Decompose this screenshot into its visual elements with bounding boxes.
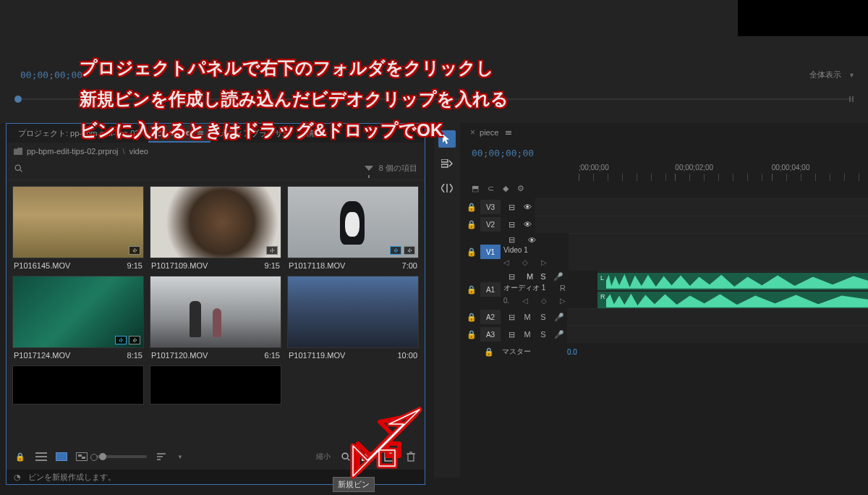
track-content[interactable] [567, 308, 868, 326]
track-target[interactable]: A3 [480, 327, 501, 342]
voice-over-icon[interactable]: 🎤 [551, 330, 567, 339]
status-icon: ◔ [14, 473, 21, 482]
track-content[interactable] [535, 198, 868, 216]
status-text: ビンを新規作成します。 [28, 472, 116, 483]
clip-name: P1017120.MOV [151, 351, 208, 360]
list-view-icon[interactable] [35, 452, 47, 461]
eye-icon[interactable]: 👁 [519, 203, 535, 211]
find-icon[interactable] [339, 450, 352, 463]
linked-selection-icon[interactable]: ⊂ [488, 184, 494, 193]
sync-lock-icon[interactable]: ⊟ [503, 313, 519, 322]
project-panel: プロジェクト: pp-bpm-edit-tips-02 ビン: video メデ… [6, 123, 425, 485]
sync-lock-icon[interactable]: ⊟ [503, 220, 519, 229]
sequence-tab[interactable]: piece [480, 128, 498, 137]
eye-icon[interactable]: 👁 [519, 220, 535, 229]
timeline-timecode[interactable]: 00;00;00;00 [472, 148, 534, 158]
lock-toggle[interactable]: 🔒 [463, 313, 480, 322]
search-input[interactable] [29, 162, 359, 175]
sync-lock-icon[interactable]: ⊟ [503, 272, 519, 282]
clip-item[interactable]: P1017124.MOV8:15 [12, 276, 144, 360]
sync-lock-icon[interactable]: ⊟ [503, 203, 519, 212]
lock-toggle[interactable]: 🔒 [463, 330, 480, 339]
sync-lock-icon[interactable]: ⊟ [503, 330, 519, 339]
trash-icon[interactable] [404, 450, 417, 463]
ripple-edit-tool[interactable] [438, 179, 456, 197]
audio-badge-icon [115, 336, 127, 344]
track-select-tool[interactable] [438, 155, 456, 172]
timeline-ruler[interactable]: ;00;00;00 00;00;02;00 00;00;04;00 [579, 164, 868, 181]
clip-duration: 9:15 [265, 261, 280, 270]
fit-dropdown[interactable]: 全体表示 [809, 69, 841, 80]
track-target[interactable]: V2 [480, 217, 501, 232]
track-target[interactable]: V1 [480, 245, 501, 259]
track-a2: 🔒 A2 ⊟ M S 🎤 [463, 308, 868, 326]
track-content[interactable] [567, 326, 868, 343]
breadcrumb-bin[interactable]: video [129, 147, 148, 156]
clip-item[interactable]: P1017120.MOV6:15 [150, 276, 281, 360]
zoom-slider[interactable] [96, 455, 147, 458]
sort-icon[interactable] [156, 450, 169, 463]
tab-info[interactable]: 情報 [299, 125, 330, 142]
solo-toggle[interactable]: S [535, 330, 551, 339]
solo-toggle[interactable]: S [535, 313, 551, 321]
clip-item[interactable]: P1017109.MOV9:15 [150, 186, 281, 270]
lock-icon[interactable]: 🔒 [14, 450, 27, 463]
program-scrubber[interactable] [14, 94, 854, 104]
panel-menu-icon[interactable] [197, 131, 203, 135]
thumbnail-view-icon[interactable] [56, 452, 67, 461]
track-target[interactable]: A2 [480, 310, 501, 324]
timeline-panel: × piece 00;00;00;00 ;00;00;00 00;00;02;0… [463, 123, 868, 478]
selection-tool[interactable] [438, 130, 456, 148]
clip-item[interactable]: P1016145.MOV9:15 [12, 186, 144, 270]
track-content[interactable] [535, 216, 868, 233]
track-content[interactable]: L R [597, 271, 868, 308]
lock-toggle[interactable]: 🔒 [463, 285, 480, 295]
sync-lock-icon[interactable]: ⊟ [503, 235, 519, 245]
lock-toggle[interactable]: 🔒 [480, 347, 498, 357]
tab-media-browser[interactable]: メディアブラウザー [212, 125, 298, 142]
mute-toggle[interactable]: M [527, 272, 533, 281]
marker-icon[interactable]: ◆ [503, 184, 509, 193]
l-label: L [600, 274, 604, 282]
solo-toggle[interactable]: S [540, 272, 545, 281]
audio-clip[interactable]: L [597, 273, 868, 290]
clip-item[interactable] [12, 365, 144, 405]
lock-toggle[interactable]: 🔒 [463, 220, 480, 229]
clip-name: P1017109.MOV [151, 261, 208, 270]
voice-over-icon[interactable]: 🎤 [551, 313, 567, 322]
search-icon [14, 164, 23, 173]
audio-clip[interactable]: R [597, 292, 868, 309]
mute-toggle[interactable]: M [519, 330, 535, 339]
close-sequence-icon[interactable]: × [470, 127, 475, 138]
eye-icon[interactable]: 👁 [524, 236, 540, 245]
settings-icon[interactable]: ⚙ [517, 184, 524, 193]
track-target[interactable]: V3 [480, 200, 501, 214]
track-content[interactable] [569, 233, 868, 271]
lock-toggle[interactable]: 🔒 [463, 203, 480, 212]
rec-toggle[interactable]: R [560, 284, 566, 292]
new-item-icon[interactable] [383, 450, 396, 463]
snap-icon[interactable]: ⬒ [472, 184, 479, 193]
track-a1: 🔒 A1 ⊟ M S 🎤 オーディオ 1 R 0.◁◇▷ L [463, 271, 868, 308]
clip-duration: 6:15 [265, 351, 280, 360]
new-bin-button[interactable] [361, 450, 374, 463]
voice-over-icon[interactable]: 🎤 [553, 272, 563, 282]
svg-point-5 [342, 453, 348, 459]
master-value[interactable]: 0.0 [567, 348, 577, 356]
tab-bin[interactable]: ビン: video [148, 124, 210, 143]
track-name: オーディオ 1 [503, 283, 554, 293]
panel-menu-icon[interactable] [506, 131, 511, 135]
freeform-view-icon[interactable] [76, 452, 88, 461]
clip-item[interactable]: P1017119.MOV10:00 [287, 276, 419, 360]
breadcrumb-project[interactable]: pp-bpm-edit-tips-02.prproj [27, 147, 119, 156]
ruler-tick: 00;00;04;00 [772, 164, 810, 172]
program-timecode[interactable]: 00;00;00;00 [20, 69, 82, 80]
clip-item[interactable] [150, 365, 281, 405]
track-target[interactable]: A1 [480, 282, 501, 297]
clip-name: P1017124.MOV [14, 351, 70, 360]
filter-icon[interactable] [365, 166, 373, 171]
lock-toggle[interactable]: 🔒 [463, 248, 480, 257]
tab-project[interactable]: プロジェクト: pp-bpm-edit-tips-02 [11, 125, 147, 142]
clip-item[interactable]: P1017118.MOV7:00 [287, 186, 419, 270]
mute-toggle[interactable]: M [519, 313, 535, 321]
